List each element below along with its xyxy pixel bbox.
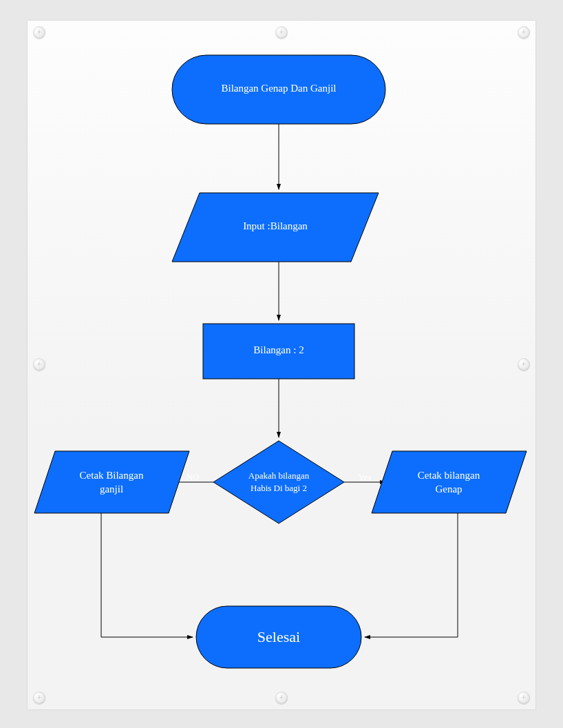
yes-label: Yes [359,472,372,482]
canvas-frame: Bilangan Genap Dan Ganjil Input :Bilanga… [28,21,535,709]
decision-line2: Habis Di bagi 2 [251,483,307,493]
flowchart-svg: Bilangan Genap Dan Ganjil Input :Bilanga… [28,21,535,709]
output-right [372,451,527,513]
input-label: Input :Bilangan [243,220,308,231]
no-label: NO [187,472,200,482]
output-right-line2: Genap [435,483,462,495]
connector-left-end [101,513,193,637]
end-label: Selesai [257,628,300,645]
process-label: Bilangan : 2 [253,344,304,355]
connector-right-end [365,513,458,637]
decision-line1: Apakah bilangan [248,470,310,481]
output-left [34,451,189,513]
output-left-line2: ganjil [100,483,123,495]
page: Bilangan Genap Dan Ganjil Input :Bilanga… [28,21,535,709]
output-right-line1: Cetak bilangan [418,470,480,481]
start-label: Bilangan Genap Dan Ganjil [221,83,336,94]
output-left-line1: Cetak Bilangan [80,470,144,481]
